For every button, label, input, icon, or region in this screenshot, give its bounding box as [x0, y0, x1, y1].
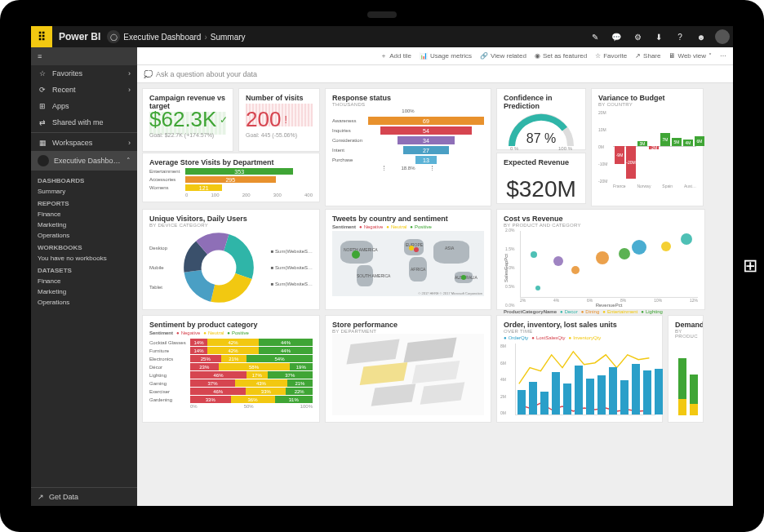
tile-cost-revenue[interactable]: Cost vs Revenue BY PRODUCT AND CATEGORY …	[496, 209, 705, 310]
tile-tweets-map[interactable]: Tweets by country and sentiment Sentimen…	[325, 209, 491, 310]
apps-icon: ⊞	[38, 102, 47, 110]
chat-icon[interactable]: 💬	[606, 26, 627, 47]
nav-favorites[interactable]: ☆Favorites›	[31, 65, 137, 82]
nav-workspaces[interactable]: ▦Workspaces›	[31, 135, 137, 151]
stacked-row: Exerciser46%33%22%	[149, 388, 313, 395]
clock-icon: ⟳	[38, 86, 47, 94]
tile-number-visits[interactable]: Number of visits 200! Goal: 445 (-55.06%…	[238, 88, 320, 152]
workspace-icon: ▦	[38, 139, 47, 147]
main-content: ＋Add tile 📊Usage metrics 🔗View related ◉…	[137, 47, 733, 506]
sidebar-link[interactable]: Finance	[38, 209, 131, 219]
edit-icon[interactable]: ✎	[584, 26, 606, 47]
help-icon[interactable]: ?	[669, 26, 691, 47]
tile-unique-visitors[interactable]: Unique Visitors, Daily Users BY DEVICE C…	[142, 209, 320, 310]
tile-confidence-gauge[interactable]: Confidence in Prediction 87 % 0 %100 %	[496, 88, 586, 150]
powerbi-logo-icon[interactable]: ⠿	[31, 26, 52, 47]
sidebar-section-head: REPORTS	[38, 200, 131, 207]
stacked-row: Furniture14%42%44%	[149, 347, 313, 354]
stacked-row: Gardening33%36%31%	[149, 396, 313, 403]
more-icon[interactable]: ⋯	[720, 52, 726, 60]
stacked-row: Cocktail Glasses14%42%44%	[149, 339, 313, 346]
share-icon: ⇄	[38, 118, 47, 126]
sidebar-link[interactable]: Summary	[38, 186, 131, 197]
workspace-avatar-icon: ◯	[107, 30, 120, 43]
stacked-row: Décor23%58%19%	[149, 363, 313, 370]
funnel-row: Awareness69	[332, 117, 484, 125]
isometric-floorplan	[332, 334, 484, 415]
get-data-button[interactable]: ↗Get Data	[31, 487, 137, 506]
stacked-row: Lighting46%17%37%	[149, 371, 313, 379]
nav-recent[interactable]: ⟳Recent›	[31, 82, 137, 98]
nav-shared[interactable]: ⇄Shared with me	[31, 114, 137, 131]
tile-store-visits[interactable]: Average Store Visits by Department Enter…	[142, 153, 320, 202]
tile-demand[interactable]: Demand BY PRODUC	[668, 315, 704, 423]
sidebar-link[interactable]: Marketing	[38, 219, 131, 230]
arrow-icon: ↗	[38, 493, 44, 501]
sidebar: ≡ ☆Favorites› ⟳Recent› ⊞Apps ⇄Shared wit…	[31, 47, 137, 506]
tile-campaign-revenue[interactable]: Campaign revenue vs target $62.3K✓ Goal:…	[142, 88, 233, 152]
sidebar-section-head: DATASETS	[38, 267, 131, 274]
breadcrumb-page[interactable]: Summary	[211, 33, 246, 42]
stacked-row: Electronics25%21%54%	[149, 355, 313, 362]
user-avatar[interactable]	[712, 26, 733, 47]
funnel-row: Consideration34	[332, 136, 484, 144]
hbar-row: Entertainment353	[149, 168, 313, 175]
web-view-button[interactable]: 🖥Web view ˅	[668, 52, 712, 60]
usage-metrics-button[interactable]: 📊Usage metrics	[420, 52, 472, 60]
windows-logo-icon: ⊞	[743, 255, 757, 277]
sidebar-link[interactable]: Operations	[38, 297, 131, 308]
dashboard-toolbar: ＋Add tile 📊Usage metrics 🔗View related ◉…	[137, 47, 733, 65]
sidebar-section-head: DASHBOARDS	[38, 177, 131, 184]
tile-store-performance[interactable]: Store performance BY DEPARTMENT	[325, 315, 491, 423]
star-icon: ☆	[38, 69, 47, 78]
share-button[interactable]: ↗Share	[635, 52, 660, 60]
top-bar: ⠿ Power BI ◯ Executive Dashboard › Summa…	[31, 26, 733, 47]
active-workspace[interactable]: Executive Dashbo…˄	[31, 151, 137, 171]
sidebar-link[interactable]: Operations	[38, 230, 131, 241]
tile-expected-revenue[interactable]: Expected Revenue $320M	[496, 153, 586, 204]
tile-sentiment-category[interactable]: Sentiment by product category SentimentN…	[142, 315, 320, 423]
sidebar-section-head: WORKBOOKS	[38, 244, 131, 251]
sidebar-collapse-button[interactable]: ≡	[31, 47, 137, 65]
world-map: NORTH AMERICA SOUTH AMERICA EUROPE AFRIC…	[332, 231, 484, 296]
feedback-icon[interactable]: ☻	[691, 26, 712, 47]
sidebar-link[interactable]: Marketing	[38, 286, 131, 297]
funnel-row: Inquiries54	[332, 126, 484, 135]
brand-title: Power BI	[52, 31, 107, 42]
favorite-button[interactable]: ☆Favorite	[595, 52, 627, 60]
sidebar-link[interactable]: You have no workbooks	[38, 253, 131, 264]
hbar-row: Womens121	[149, 184, 313, 191]
add-tile-button[interactable]: ＋Add tile	[380, 51, 411, 60]
hbar-row: Accessories295	[149, 176, 313, 183]
nav-apps[interactable]: ⊞Apps	[31, 98, 137, 114]
stacked-row: Gaming37%43%21%	[149, 379, 313, 387]
breadcrumb-workspace[interactable]: Executive Dashboard	[123, 33, 201, 42]
view-related-button[interactable]: 🔗View related	[480, 52, 526, 60]
gear-icon[interactable]: ⚙	[627, 26, 648, 47]
qna-input[interactable]: 💭Ask a question about your data	[137, 65, 733, 83]
sidebar-link[interactable]: Finance	[38, 276, 131, 286]
download-icon[interactable]: ⬇	[648, 26, 669, 47]
chat-bubble-icon: 💭	[144, 70, 153, 78]
chevron-up-icon: ˄	[127, 157, 131, 165]
set-featured-button[interactable]: ◉Set as featured	[535, 52, 587, 60]
tile-order-inventory[interactable]: Order, inventory, lost sales units OVER …	[496, 315, 663, 423]
